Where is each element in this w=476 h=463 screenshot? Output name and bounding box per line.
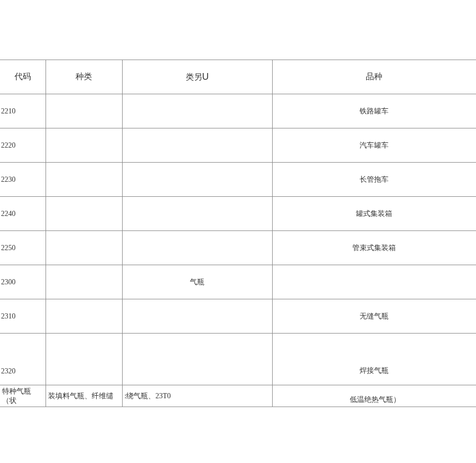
table-footer-row: 特种气瓶（状 装填料气瓶、纤维缱 :绕气瓶、23T0 低温绝热气瓶）: [0, 385, 476, 407]
cell-kind: [46, 231, 122, 265]
header-kind: 种类: [46, 60, 122, 94]
header-variety: 品种: [272, 60, 476, 94]
cell-variety: 长管拖车: [272, 163, 476, 197]
header-category-prefix: 类另: [186, 73, 202, 81]
table-row: 2240 罐式集装箱: [0, 197, 476, 231]
table-row: 2250 管束式集装箱: [0, 231, 476, 265]
header-category-u: U: [202, 71, 209, 82]
table-header-row: 代码 种类 类另U 品种: [0, 60, 476, 94]
cell-code: 2320: [0, 334, 46, 385]
cell-code: 2220: [0, 128, 46, 163]
classification-table-container: 代码 种类 类另U 品种 2210 铁路罐车 2220 汽车罐车: [0, 60, 476, 407]
cell-kind: [46, 94, 122, 128]
cell-category: [122, 163, 272, 197]
cell-category: [122, 197, 272, 231]
classification-table: 代码 种类 类另U 品种 2210 铁路罐车 2220 汽车罐车: [0, 60, 476, 407]
table-row: 2230 长管拖车: [0, 163, 476, 197]
cell-code: 2240: [0, 197, 46, 231]
footer-cell-2: 装填料气瓶、纤维缱: [46, 385, 122, 407]
table-row: 2220 汽车罐车: [0, 128, 476, 163]
table-row: 2310 无缝气瓶: [0, 299, 476, 334]
cell-variety: [272, 265, 476, 299]
cell-kind: [46, 299, 122, 334]
cell-variety: 罐式集装箱: [272, 197, 476, 231]
cell-category: [122, 231, 272, 265]
cell-variety: 汽车罐车: [272, 128, 476, 163]
cell-kind: [46, 334, 122, 385]
footer-cell-3: :绕气瓶、23T0: [122, 385, 272, 407]
cell-code: 2250: [0, 231, 46, 265]
footer-cell-4: 低温绝热气瓶）: [272, 385, 476, 407]
cell-code: 2300: [0, 265, 46, 299]
cell-variety: 无缝气瓶: [272, 299, 476, 334]
table-row: 2300 气瓶: [0, 265, 476, 299]
cell-kind: [46, 265, 122, 299]
table-row: 2210 铁路罐车: [0, 94, 476, 128]
cell-category: [122, 128, 272, 163]
cell-kind: [46, 128, 122, 163]
cell-category: 气瓶: [122, 265, 272, 299]
footer-cell-1: 特种气瓶（状: [0, 385, 46, 407]
cell-variety: 铁路罐车: [272, 94, 476, 128]
cell-kind: [46, 163, 122, 197]
cell-variety: 焊接气瓶: [272, 334, 476, 385]
cell-category: [122, 299, 272, 334]
table-row: 2320 焊接气瓶: [0, 334, 476, 385]
cell-code: 2210: [0, 94, 46, 128]
cell-kind: [46, 197, 122, 231]
cell-category: [122, 334, 272, 385]
cell-variety: 管束式集装箱: [272, 231, 476, 265]
header-code: 代码: [0, 60, 46, 94]
cell-category: [122, 94, 272, 128]
cell-code: 2230: [0, 163, 46, 197]
header-category: 类另U: [122, 60, 272, 94]
cell-code: 2310: [0, 299, 46, 334]
